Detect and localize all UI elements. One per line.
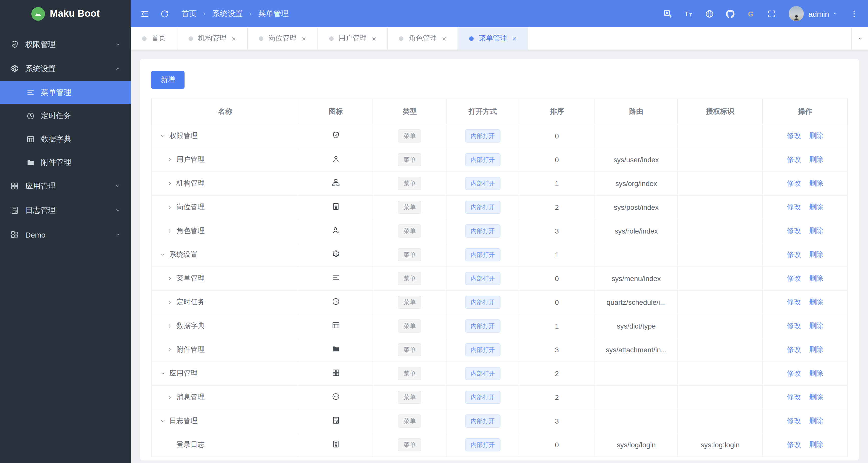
github-button[interactable] [725,9,735,19]
tab-机构管理[interactable]: 机构管理× [178,27,248,50]
delete-link[interactable]: 删除 [809,393,823,401]
edit-link[interactable]: 修改 [787,416,801,425]
chevron-down-icon[interactable] [160,252,166,258]
edit-link[interactable]: 修改 [787,226,801,235]
open-type-badge: 内部打开 [465,153,500,166]
refresh-button[interactable] [160,9,169,19]
sidebar-item[interactable]: 定时任务 [0,104,131,127]
table-row: 消息管理菜单内部打开2修改删除 [151,385,847,409]
delete-link[interactable]: 删除 [809,226,823,235]
delete-link[interactable]: 删除 [809,298,823,306]
more-menu-button[interactable] [849,9,859,19]
delete-link[interactable]: 删除 [809,155,823,163]
delete-link[interactable]: 删除 [809,274,823,282]
sidebar-item[interactable]: 数据字典 [0,127,131,151]
delete-link[interactable]: 删除 [809,203,823,211]
auth-value [678,385,763,409]
chevron-right-icon[interactable] [167,299,173,305]
delete-link[interactable]: 删除 [809,416,823,425]
chevron-up-icon [115,66,121,72]
edit-link[interactable]: 修改 [787,369,801,377]
edit-link[interactable]: 修改 [787,179,801,187]
breadcrumb-item[interactable]: 首页 [182,9,197,19]
tab-dot [399,36,404,41]
delete-link[interactable]: 删除 [809,345,823,353]
auth-value [678,124,763,148]
edit-link[interactable]: 修改 [787,131,801,140]
user-check-icon [332,226,340,235]
menu-fold-button[interactable] [140,9,150,19]
chevron-right-icon[interactable] [167,157,173,163]
sidebar-item[interactable]: 权限管理 [0,32,131,57]
tab-close-icon[interactable]: × [512,34,517,43]
delete-link[interactable]: 删除 [809,179,823,187]
chevron-right-icon[interactable] [167,228,173,234]
caret-down-icon[interactable] [832,11,838,17]
tab-角色管理[interactable]: 角色管理× [388,27,458,50]
sidebar-item[interactable]: 日志管理 [0,198,131,222]
column-header: 授权标识 [678,99,763,124]
table-row: 应用管理菜单内部打开2修改删除 [151,362,847,385]
breadcrumb-item[interactable]: 菜单管理 [258,9,289,19]
sidebar-item-label: 附件管理 [41,157,71,167]
delete-link[interactable]: 删除 [809,440,823,448]
sidebar: Maku Boot 权限管理系统设置菜单管理定时任务数据字典附件管理应用管理日志… [0,0,131,463]
chevron-right-icon[interactable] [167,204,173,210]
delete-link[interactable]: 删除 [809,321,823,330]
gitee-button[interactable]: G [746,9,756,19]
chevron-down-icon[interactable] [160,133,166,139]
refresh-icon [160,9,169,19]
sidebar-item[interactable]: Demo [0,222,131,247]
username[interactable]: admin [808,9,829,18]
post-card-icon [332,440,340,448]
chevron-down-icon [857,35,863,42]
sidebar-item[interactable]: 应用管理 [0,174,131,198]
sidebar-item[interactable]: 系统设置 [0,57,131,81]
tab-close-icon[interactable]: × [372,34,376,43]
edit-link[interactable]: 修改 [787,393,801,401]
tab-岗位管理[interactable]: 岗位管理× [248,27,318,50]
tab-close-icon[interactable]: × [231,34,236,43]
open-type-badge: 内部打开 [465,248,500,261]
sidebar-item[interactable]: 附件管理 [0,151,131,174]
chevron-down-icon[interactable] [160,371,166,377]
edit-link[interactable]: 修改 [787,298,801,306]
chevron-right-icon[interactable] [167,323,173,329]
edit-link[interactable]: 修改 [787,274,801,282]
chevron-right-icon[interactable] [167,347,173,353]
fullscreen-button[interactable] [767,9,776,19]
breadcrumb-item[interactable]: 系统设置 [212,9,243,19]
tab-close-icon[interactable]: × [302,34,306,43]
tab-close-icon[interactable]: × [442,34,447,43]
tabbar: 首页机构管理×岗位管理×用户管理×角色管理×菜单管理× [131,27,868,50]
open-type-badge: 内部打开 [465,391,500,404]
sort-value: 0 [519,290,595,314]
translate-button[interactable] [663,9,673,19]
edit-link[interactable]: 修改 [787,250,801,258]
tab-菜单管理[interactable]: 菜单管理× [458,27,528,50]
edit-link[interactable]: 修改 [787,203,801,211]
tab-用户管理[interactable]: 用户管理× [318,27,388,50]
globe-button[interactable] [705,9,714,19]
chevron-right-icon[interactable] [167,181,173,187]
edit-link[interactable]: 修改 [787,321,801,330]
add-button[interactable]: 新增 [151,71,185,89]
route-value: sys/org/index [595,172,678,195]
tab-overflow-button[interactable] [851,27,868,50]
log-doc-icon [332,416,340,425]
delete-link[interactable]: 删除 [809,369,823,377]
tab-首页[interactable]: 首页 [131,27,178,50]
type-badge: 菜单 [398,153,421,166]
delete-link[interactable]: 删除 [809,250,823,258]
chevron-right-icon[interactable] [167,394,173,400]
avatar[interactable] [788,6,804,21]
font-size-button[interactable]: TT [684,9,693,19]
chevron-down-icon[interactable] [160,418,166,424]
chevron-right-icon[interactable] [167,276,173,282]
delete-link[interactable]: 删除 [809,131,823,140]
edit-link[interactable]: 修改 [787,440,801,448]
edit-link[interactable]: 修改 [787,155,801,163]
sidebar-item[interactable]: 菜单管理 [0,81,131,104]
edit-link[interactable]: 修改 [787,345,801,353]
route-value [595,385,678,409]
